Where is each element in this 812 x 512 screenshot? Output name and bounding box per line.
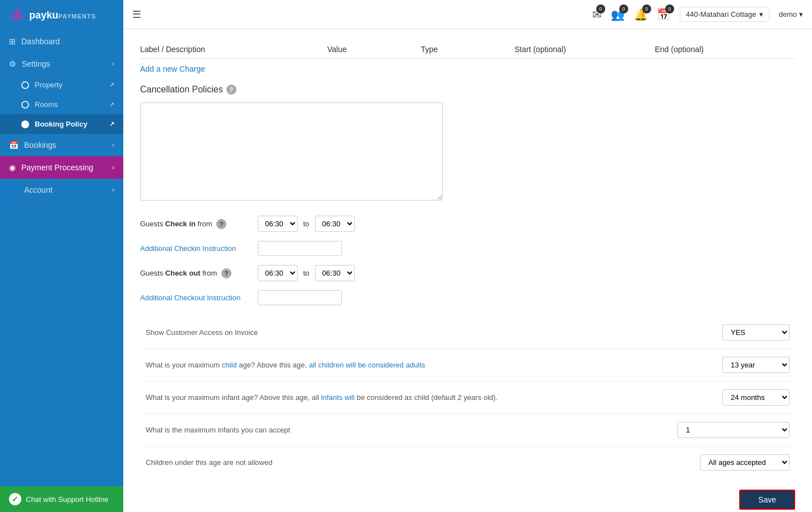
col-value: Value [327,45,421,54]
sidebar-item-label: Dashboard [21,37,60,46]
settings-row-customer-access: Show Customer Access on Invoice YES NO [140,316,795,349]
cancellation-title-text: Cancellation Policies [140,85,223,95]
property-label: 440-Matahari Cottage [686,10,757,18]
bookings-icon: 📅 [9,141,18,150]
settings-icon: ⚙ [9,59,16,68]
calendar-badge: 0 [665,4,674,13]
main-content: ☰ ✉ 0 👥 0 🔔 0 📅 0 440-Matahari Cottage ▾ [123,0,812,512]
hamburger-icon[interactable]: ☰ [132,8,141,21]
people-badge: 0 [619,4,628,13]
checkout-help-icon[interactable]: ? [221,268,231,278]
cancellation-help-icon[interactable]: ? [226,85,236,95]
max-infant-age-label: What is your maximum infant age? Above t… [146,393,722,402]
whatsapp-icon: ✓ [9,493,21,505]
sidebar-item-label: Booking Policy [35,120,87,128]
checkin-from-select[interactable]: 06:30 06:00 07:00 08:00 [258,216,298,232]
sidebar-item-label: Payment Processing [21,163,93,172]
checkin-to-select[interactable]: 06:30 06:00 07:00 08:00 [315,216,355,232]
sidebar-item-rooms[interactable]: Rooms ↗ [0,95,123,114]
sidebar-item-dashboard[interactable]: ⊞ Dashboard [0,30,123,53]
sidebar-menu: ⊞ Dashboard ⚙ Settings › Property ↗ Room [0,30,123,486]
checkout-from-select[interactable]: 06:30 06:00 07:00 08:00 [258,265,298,281]
svg-marker-0 [10,8,25,19]
circle-icon [21,120,29,128]
user-menu[interactable]: demo ▾ [778,10,803,18]
sidebar: paykuPAYMENTS ⊞ Dashboard ⚙ Settings › P… [0,0,123,512]
property-chevron-icon: ▾ [759,10,763,18]
checkin-to-label: to [303,220,309,228]
notifications-button[interactable]: 🔔 0 [634,8,648,21]
col-label: Label / Description [140,45,327,54]
cancellation-textarea[interactable] [140,103,443,201]
cancellation-title: Cancellation Policies ? [140,85,795,95]
customer-access-label: Show Customer Access on Invoice [146,328,722,337]
sidebar-item-settings[interactable]: ⚙ Settings › [0,53,123,75]
additional-checkin-label: Additional Checkin Instruction [140,244,252,253]
children-age-select[interactable]: All ages accepted Under 2 Under 5 Under … [700,454,790,471]
sidebar-item-label: Property [35,81,62,89]
account-icon: 👤 [9,185,18,194]
settings-table: Show Customer Access on Invoice YES NO W… [140,316,795,478]
max-child-age-select[interactable]: 13 year 12 year 14 year [722,357,790,373]
save-button[interactable]: Save [739,490,795,510]
cancellation-section: Cancellation Policies ? [140,85,795,202]
payment-icon: ◉ [9,163,16,172]
sidebar-item-label: Rooms [35,100,58,109]
sidebar-item-payment-processing[interactable]: ◉ Payment Processing › [0,156,123,179]
max-infants-select[interactable]: 1 2 3 4 5 [678,422,790,438]
topbar-left: ☰ [132,8,141,21]
support-chat-button[interactable]: ✓ Chat with Support Hotline [0,486,123,512]
checkin-help-icon[interactable]: ? [216,219,226,229]
envelope-badge: 0 [596,4,605,13]
support-chat-label: Chat with Support Hotline [26,495,108,504]
settings-row-children-age: Children under this age are not allowed … [140,446,795,478]
chevron-right-icon: › [112,141,114,149]
additional-checkout-label: Additional Checkout Instruction [140,294,252,302]
col-end: End (optional) [655,45,796,54]
sidebar-item-label: Settings [22,59,50,68]
checkin-row: Guests Check in from ? 06:30 06:00 07:00… [140,216,795,232]
additional-checkin-row: Additional Checkin Instruction [140,241,795,256]
envelope-button[interactable]: ✉ 0 [592,8,602,21]
topbar-right: ✉ 0 👥 0 🔔 0 📅 0 440-Matahari Cottage ▾ d… [592,7,803,22]
checkout-row: Guests Check out from ? 06:30 06:00 07:0… [140,265,795,281]
sidebar-item-property[interactable]: Property ↗ [0,75,123,95]
settings-row-max-infants: What is the maximum infants you can acce… [140,414,795,446]
sidebar-item-booking-policy[interactable]: Booking Policy ↗ [0,114,123,134]
topbar: ☰ ✉ 0 👥 0 🔔 0 📅 0 440-Matahari Cottage ▾ [123,0,812,29]
charges-table-header: Label / Description Value Type Start (op… [140,40,795,59]
chevron-right-icon: › [112,186,114,194]
chevron-right-icon: › [112,164,114,171]
add-charge-link[interactable]: Add a new Charge [140,64,205,73]
sidebar-item-account[interactable]: 👤 Account › [0,179,123,201]
user-chevron-icon: ▾ [799,10,803,18]
additional-checkin-input[interactable] [258,241,342,256]
circle-icon [21,81,29,89]
checkout-to-label: to [303,269,309,277]
people-button[interactable]: 👥 0 [611,8,625,21]
col-type: Type [421,45,514,54]
dashboard-icon: ⊞ [9,37,16,46]
external-link-icon: ↗ [109,120,114,128]
additional-checkout-row: Additional Checkout Instruction [140,290,795,305]
children-age-label: Children under this age are not allowed [146,458,700,467]
logo-payments: PAYMENTS [58,13,96,20]
customer-access-select[interactable]: YES NO [722,324,790,341]
sidebar-item-bookings[interactable]: 📅 Bookings › [0,134,123,156]
user-label: demo [778,10,797,18]
external-link-icon: ↗ [109,81,114,89]
max-infant-age-select[interactable]: 24 months 12 months 18 months 36 months [722,389,790,406]
settings-row-max-infant-age: What is your maximum infant age? Above t… [140,381,795,414]
chevron-right-icon: › [112,60,114,68]
col-start: Start (optional) [514,45,655,54]
logo-icon [9,7,26,24]
sidebar-item-label: Account [24,185,53,194]
additional-checkout-input[interactable] [258,290,342,305]
checkin-label: Guests Check in from ? [140,219,252,229]
checkout-to-select[interactable]: 06:30 06:00 07:00 08:00 [315,265,355,281]
checkout-label: Guests Check out from ? [140,268,252,278]
external-link-icon: ↗ [109,101,114,108]
logo-payku: payku [29,10,58,21]
calendar-button[interactable]: 📅 0 [657,8,671,21]
property-select[interactable]: 440-Matahari Cottage ▾ [680,7,770,22]
